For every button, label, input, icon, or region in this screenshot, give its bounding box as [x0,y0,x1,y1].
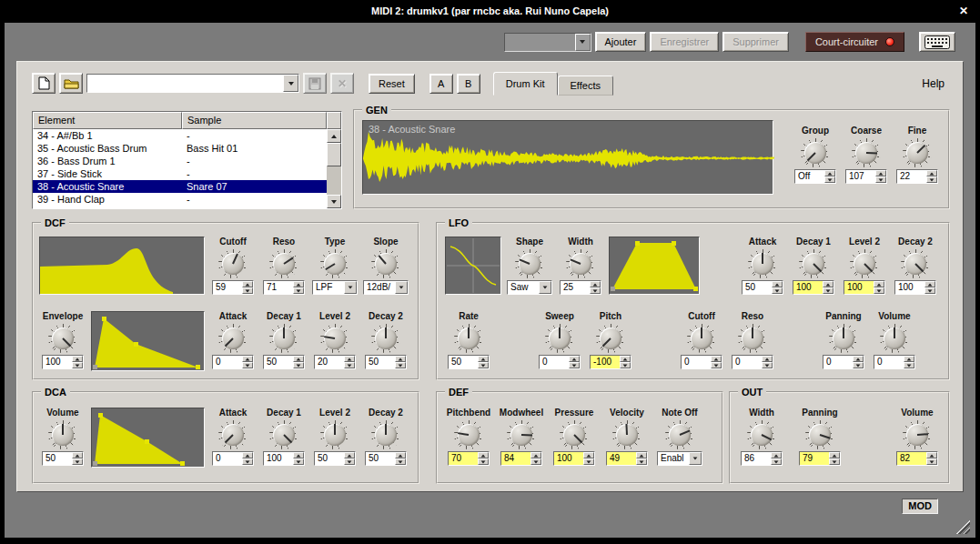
spin-up-icon[interactable] [874,281,884,287]
knob-spinbox[interactable]: Enabl [657,451,702,466]
chevron-down-icon[interactable] [395,281,408,294]
knob-spinbox[interactable]: 0 [212,451,254,466]
spin-arrows[interactable] [926,452,937,465]
spin-down-icon[interactable] [242,362,253,368]
knob-spinbox[interactable]: 49 [606,451,648,466]
spin-up-icon[interactable] [293,452,304,458]
tab[interactable]: Effects [558,76,613,96]
spin-arrows[interactable] [530,452,541,465]
spin-up-icon[interactable] [924,281,935,287]
spin-arrows[interactable] [569,356,580,368]
knob-spinbox[interactable]: 50 [742,280,783,295]
knob-unit[interactable]: Volume 50 [39,408,86,466]
knob-spinbox[interactable]: 25 [560,280,601,295]
spin-down-icon[interactable] [824,176,835,183]
knob-unit[interactable]: Pressure 100 [551,408,598,466]
knob-dial[interactable] [901,249,930,278]
spin-up-icon[interactable] [344,452,355,458]
knob-dial[interactable] [545,324,574,353]
spin-arrows[interactable] [583,452,594,465]
spin-down-icon[interactable] [874,287,884,294]
spin-up-icon[interactable] [620,356,631,362]
save-preset-button[interactable]: Enregistrer [650,32,719,52]
spin-arrows[interactable] [242,281,253,294]
spin-up-icon[interactable] [711,356,722,362]
knob-spinbox[interactable]: 82 [896,451,938,466]
spin-up-icon[interactable] [583,452,594,458]
knob-dial[interactable] [880,324,909,353]
titlebar[interactable]: MIDI 2: drumkv1 (par rncbc aka. Rui Nuno… [0,0,980,23]
knob-spinbox[interactable]: 50 [365,451,407,466]
bank-b-button[interactable]: B [457,74,480,94]
knob-spinbox[interactable]: 50 [42,451,84,466]
knob-dial[interactable] [687,324,716,353]
spin-down-icon[interactable] [904,362,914,368]
spin-arrows[interactable] [771,452,782,465]
spin-down-icon[interactable] [72,362,83,368]
knob-unit[interactable]: Decay 2 50 [362,311,409,369]
column-header-element[interactable]: Element [33,112,182,129]
combo-arrow[interactable] [539,281,551,294]
spin-arrows[interactable] [590,281,601,294]
knob-spinbox[interactable]: Off [794,169,836,184]
spin-arrows[interactable] [242,356,253,368]
spin-down-icon[interactable] [924,287,935,294]
close-button[interactable]: ✕ [959,5,968,17]
spin-arrows[interactable] [620,356,631,368]
spin-down-icon[interactable] [395,458,406,465]
spin-down-icon[interactable] [344,362,355,368]
chevron-down-icon[interactable] [539,281,551,294]
tab[interactable]: Drum Kit [493,72,558,96]
knob-unit[interactable]: Level 2 50 [311,408,359,466]
spin-down-icon[interactable] [823,287,834,294]
knob-spinbox[interactable]: 0 [823,355,864,369]
spin-down-icon[interactable] [530,458,541,465]
knob-unit[interactable]: Decay 2 100 [892,237,939,295]
element-row[interactable]: 39 - Hand Clap - [33,193,327,206]
spin-down-icon[interactable] [478,362,489,368]
element-row[interactable]: 34 - A#/Bb 1 - [33,129,327,142]
knob-spinbox[interactable]: LPF [312,280,358,295]
knob-dial[interactable] [320,249,349,278]
knob-dial[interactable] [218,324,248,353]
knob-unit[interactable]: Reso 0 [729,311,776,369]
spin-arrows[interactable] [72,356,83,368]
spin-up-icon[interactable] [823,281,834,287]
spin-down-icon[interactable] [875,176,886,183]
knob-unit[interactable]: Decay 1 100 [260,408,308,466]
scroll-up-icon[interactable] [327,129,341,143]
knob-dial[interactable] [507,420,536,449]
spin-up-icon[interactable] [395,452,406,458]
knob-dial[interactable] [805,420,834,449]
lfo-wave-display[interactable] [445,237,501,295]
spin-arrows[interactable] [772,281,783,294]
spin-down-icon[interactable] [926,176,937,183]
spin-down-icon[interactable] [242,287,253,294]
knob-unit[interactable]: Pitchbend 70 [445,408,492,466]
spin-arrows[interactable] [242,452,253,465]
knob-unit[interactable]: Level 2 20 [311,311,359,369]
knob-dial[interactable] [371,324,400,353]
knob-spinbox[interactable]: 100 [263,451,305,466]
chevron-down-icon[interactable] [344,281,357,294]
spin-arrows[interactable] [904,356,914,368]
knob-spinbox[interactable]: 0 [874,355,915,369]
spin-arrows[interactable] [293,356,304,368]
knob-dial[interactable] [48,324,77,353]
knob-dial[interactable] [801,138,830,167]
knob-unit[interactable]: Fine 22 [894,126,941,184]
knob-unit[interactable]: Attack 0 [209,311,257,369]
spin-arrows[interactable] [478,452,489,465]
knob-spinbox[interactable]: 50 [448,355,490,369]
chevron-down-icon[interactable] [689,452,702,465]
spin-up-icon[interactable] [875,170,886,176]
spin-arrows[interactable] [636,452,647,465]
knob-unit[interactable]: Pitch -100 [587,311,634,369]
chevron-down-icon[interactable] [575,34,591,51]
spin-arrows[interactable] [478,356,489,368]
spin-arrows[interactable] [823,281,834,294]
knob-dial[interactable] [371,420,400,449]
knob-dial[interactable] [747,420,776,449]
delete-preset-button[interactable]: Supprimer [722,32,789,52]
spin-up-icon[interactable] [72,452,83,458]
